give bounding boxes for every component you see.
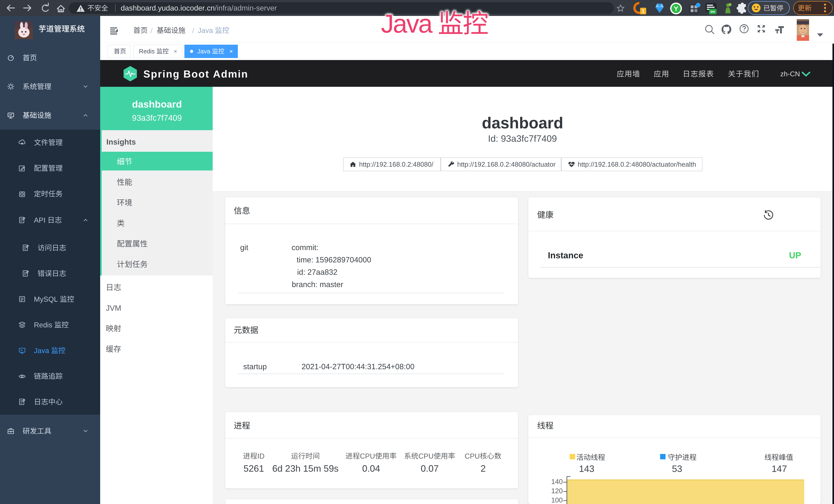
svg-text:1: 1	[642, 8, 644, 14]
svg-text:on: on	[710, 9, 715, 14]
